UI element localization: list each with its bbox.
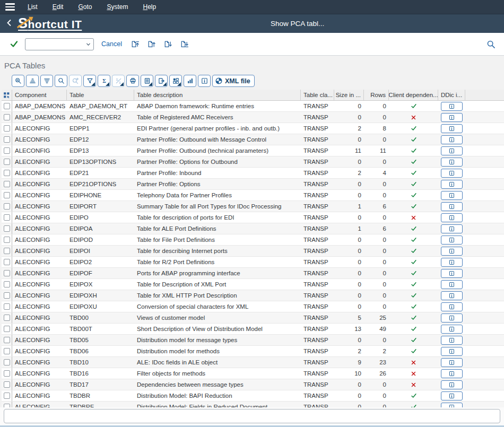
table-description-cell[interactable]: Filter objects for methods: [134, 370, 301, 377]
row-checkbox[interactable]: [4, 281, 10, 287]
rows-cell[interactable]: 0: [364, 259, 389, 265]
row-checkbox[interactable]: [4, 326, 10, 332]
shortcut-it-logo[interactable]: Shortcut IT: [18, 15, 82, 32]
table-description-cell[interactable]: Partner Profile: Options: [134, 181, 301, 187]
table-class-cell[interactable]: TRANSP: [301, 237, 334, 243]
size-cell[interactable]: 0: [334, 237, 364, 243]
rows-cell[interactable]: 0: [364, 393, 389, 399]
size-cell[interactable]: 0: [334, 192, 364, 198]
rows-cell[interactable]: 0: [364, 136, 389, 143]
column-header[interactable]: Component: [12, 90, 67, 100]
rows-cell[interactable]: 2: [364, 348, 389, 354]
rows-cell[interactable]: 0: [364, 159, 389, 165]
table-name-cell[interactable]: TBD06: [67, 348, 134, 354]
table-class-cell[interactable]: TRANSP: [301, 359, 334, 365]
ddic-info-button[interactable]: [441, 169, 463, 178]
table-name-cell[interactable]: EDIPOX: [67, 281, 134, 287]
row-checkbox[interactable]: [4, 393, 10, 399]
rows-cell[interactable]: 6: [364, 203, 389, 210]
table-name-cell[interactable]: EDP13: [67, 147, 134, 154]
rows-cell[interactable]: 23: [364, 359, 389, 365]
row-checkbox[interactable]: [4, 270, 10, 276]
table-class-cell[interactable]: TRANSP: [301, 103, 334, 109]
table-class-cell[interactable]: TRANSP: [301, 159, 334, 165]
table-name-cell[interactable]: AMC_RECEIVER2: [67, 114, 134, 120]
status-message-field[interactable]: [4, 409, 500, 423]
rows-cell[interactable]: 0: [364, 270, 389, 276]
size-cell[interactable]: 0: [334, 393, 364, 399]
table-name-cell[interactable]: TBD00T: [67, 326, 134, 332]
size-cell[interactable]: 0: [334, 270, 364, 276]
component-cell[interactable]: ALECONFIG: [12, 303, 67, 310]
size-cell[interactable]: 2: [334, 348, 364, 354]
ddic-info-button[interactable]: [441, 191, 463, 200]
table-description-cell[interactable]: Ports for ABAP programming interface: [134, 270, 301, 276]
component-cell[interactable]: ALECONFIG: [12, 393, 67, 399]
rows-cell[interactable]: 0: [364, 292, 389, 299]
table-description-cell[interactable]: ABAP Daemon framework: Runtime entries: [134, 103, 301, 109]
menu-item-help[interactable]: Help: [135, 0, 163, 14]
table-name-cell[interactable]: EDIPOI: [67, 248, 134, 254]
size-cell[interactable]: 0: [334, 259, 364, 265]
table-name-cell[interactable]: EDIPOXU: [67, 303, 134, 310]
print-button[interactable]: [126, 75, 139, 87]
table-description-cell[interactable]: Short Description of View of Distributio…: [134, 326, 301, 332]
row-checkbox[interactable]: [4, 303, 10, 310]
size-cell[interactable]: 0: [334, 337, 364, 343]
table-description-cell[interactable]: Partner Profile: Outbound with Message C…: [134, 136, 301, 143]
ddic-info-button[interactable]: [441, 180, 463, 189]
ddic-info-button[interactable]: [441, 202, 463, 211]
menu-item-system[interactable]: System: [99, 0, 135, 14]
row-checkbox[interactable]: [4, 192, 10, 198]
component-cell[interactable]: ALECONFIG: [12, 203, 67, 210]
table-description-cell[interactable]: Distribution model for message types: [134, 337, 301, 343]
row-checkbox[interactable]: [4, 103, 10, 109]
xml-file-button[interactable]: XML file: [212, 75, 255, 87]
size-cell[interactable]: 2: [334, 170, 364, 176]
rows-cell[interactable]: 6: [364, 225, 389, 232]
ddic-info-button[interactable]: [441, 213, 463, 222]
ddic-info-button[interactable]: [441, 313, 463, 323]
row-checkbox[interactable]: [4, 214, 10, 221]
table-name-cell[interactable]: EDIPO: [67, 214, 134, 221]
ddic-info-button[interactable]: [441, 124, 463, 133]
size-cell[interactable]: 0: [334, 248, 364, 254]
rows-cell[interactable]: 0: [364, 192, 389, 198]
subtotal-button[interactable]: ΣΣ: [112, 75, 125, 87]
row-checkbox[interactable]: [4, 225, 10, 232]
table-class-cell[interactable]: TRANSP: [301, 270, 334, 276]
row-checkbox[interactable]: [4, 248, 10, 254]
ddic-info-button[interactable]: [441, 358, 463, 367]
ddic-info-button[interactable]: [441, 291, 463, 300]
rows-cell[interactable]: 25: [364, 315, 389, 321]
graphic-button[interactable]: [184, 75, 196, 87]
component-cell[interactable]: ALECONFIG: [12, 214, 67, 221]
component-cell[interactable]: ALECONFIG: [12, 192, 67, 198]
row-checkbox[interactable]: [4, 181, 10, 187]
rows-cell[interactable]: 4: [364, 170, 389, 176]
table-class-cell[interactable]: TRANSP: [301, 203, 334, 210]
component-cell[interactable]: ABAP_DAEMONS: [12, 114, 67, 120]
enter-button[interactable]: [10, 40, 19, 48]
next-page-button[interactable]: [163, 40, 173, 49]
rows-cell[interactable]: 0: [364, 237, 389, 243]
table-name-cell[interactable]: EDIPO2: [67, 259, 134, 265]
filter-button[interactable]: [83, 75, 96, 87]
table-class-cell[interactable]: TRANSP: [301, 348, 334, 354]
cancel-button[interactable]: Cancel: [101, 40, 122, 48]
ddic-info-button[interactable]: [441, 113, 463, 122]
table-class-cell[interactable]: TRANSP: [301, 181, 334, 187]
table-class-cell[interactable]: TRANSP: [301, 125, 334, 132]
table-description-cell[interactable]: Summary Table for all Port Types for IDo…: [134, 203, 301, 210]
size-cell[interactable]: 13: [334, 326, 364, 332]
table-name-cell[interactable]: TBD16: [67, 370, 134, 377]
component-cell[interactable]: ALECONFIG: [12, 348, 67, 354]
command-field[interactable]: [25, 38, 94, 50]
size-cell[interactable]: 0: [334, 103, 364, 109]
table-name-cell[interactable]: TBD10: [67, 359, 134, 365]
ddic-info-button[interactable]: [441, 135, 463, 144]
rows-cell[interactable]: 0: [364, 281, 389, 287]
row-checkbox[interactable]: [4, 348, 10, 354]
column-header[interactable]: Rows: [364, 90, 389, 100]
sort-ascending-button[interactable]: [26, 75, 39, 87]
